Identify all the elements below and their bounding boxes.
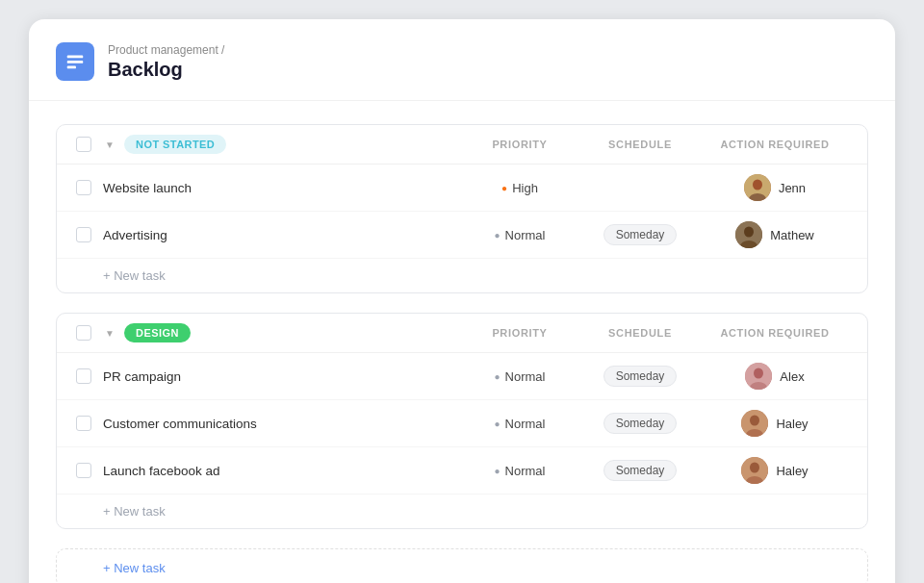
task-name: Website launch [103,181,457,195]
chevron-design[interactable]: ▼ [103,326,116,340]
task-name: Customer communications [103,417,457,431]
task-priority: ● Normal [457,417,582,431]
priority-dot: ● [495,466,500,476]
table-row: Advertising ● Normal Someday [57,212,867,259]
priority-dot: ● [495,371,500,382]
page-title: Backlog [108,59,224,81]
content-area: ▼ NOT STARTED PRIORITY SCHEDULE ACTION R… [29,101,895,583]
task-checkbox[interactable] [76,180,91,195]
header-text: Product management / Backlog [108,43,224,81]
table-row: Customer communications ● Normal Someday [57,400,867,447]
priority-dot: ● [495,230,500,241]
table-row: Website launch ● High [57,165,867,212]
schedule-badge: Someday [603,224,678,245]
section-header-design: ▼ DESIGN PRIORITY SCHEDULE ACTION REQUIR… [57,314,867,353]
assignee-name: Alex [780,369,804,384]
col-header-priority-1: PRIORITY [457,139,582,150]
svg-rect-1 [67,61,84,63]
task-assignee: Haley [698,457,852,484]
task-assignee: Jenn [698,174,852,201]
task-checkbox[interactable] [76,416,91,431]
priority-label: Normal [505,228,546,242]
svg-point-4 [753,180,762,190]
avatar [744,174,771,201]
badge-not-started: NOT STARTED [124,135,226,154]
priority-dot: ● [501,183,507,193]
task-schedule: Someday [582,366,698,387]
assignee-name: Haley [776,417,808,431]
priority-label: High [512,181,538,195]
col-header-priority-2: PRIORITY [457,327,582,339]
avatar [735,221,762,248]
assignee-name: Mathew [770,228,814,242]
task-schedule: Someday [582,460,698,481]
task-assignee: Alex [698,363,852,390]
task-name: Advertising [103,228,457,242]
task-priority: ● Normal [457,464,582,478]
assignee-name: Jenn [779,181,806,195]
schedule-badge: Someday [603,413,678,434]
chevron-not-started[interactable]: ▼ [103,138,116,151]
priority-label: Normal [505,369,546,384]
col-header-schedule-1: SCHEDULE [582,139,698,150]
svg-point-16 [750,463,759,473]
priority-dot: ● [495,418,500,429]
app-icon [56,42,94,81]
task-schedule: Someday [582,413,698,434]
avatar [741,410,768,437]
new-task-button-1[interactable]: + New task [57,259,867,292]
task-priority: ● High [457,181,582,195]
section-header-not-started: ▼ NOT STARTED PRIORITY SCHEDULE ACTION R… [57,125,867,165]
table-row: PR campaign ● Normal Someday [57,353,867,400]
badge-design: DESIGN [124,323,191,342]
svg-rect-2 [67,66,76,69]
schedule-badge: Someday [603,366,678,387]
task-checkbox[interactable] [76,463,91,478]
col-header-action-1: ACTION REQUIRED [698,139,852,150]
svg-point-13 [750,416,759,426]
task-name: PR campaign [103,369,457,384]
schedule-badge: Someday [603,460,678,481]
task-checkbox[interactable] [76,368,91,384]
task-name: Launch facebook ad [103,464,457,478]
priority-label: Normal [505,417,546,431]
task-schedule: Someday [582,224,698,245]
new-task-button-2[interactable]: + New task [57,494,867,528]
svg-point-7 [744,227,754,238]
task-priority: ● Normal [457,228,582,242]
section-not-started: ▼ NOT STARTED PRIORITY SCHEDULE ACTION R… [56,124,868,293]
col-header-action-2: ACTION REQUIRED [698,327,852,339]
task-assignee: Haley [698,410,852,437]
task-assignee: Mathew [698,221,852,248]
task-checkbox[interactable] [76,227,91,242]
avatar [745,363,772,390]
priority-label: Normal [505,464,546,478]
avatar [741,457,768,484]
task-priority: ● Normal [457,369,582,384]
main-card: Product management / Backlog ▼ NOT START… [29,19,895,583]
svg-rect-0 [67,56,84,59]
col-header-schedule-2: SCHEDULE [582,327,698,339]
assignee-name: Haley [776,464,808,478]
table-row: Launch facebook ad ● Normal Someday [57,447,867,494]
svg-point-10 [754,368,763,379]
section-design: ▼ DESIGN PRIORITY SCHEDULE ACTION REQUIR… [56,313,868,529]
bottom-new-task-button[interactable]: + New task [56,548,868,583]
section-checkbox-not-started[interactable] [76,137,91,152]
breadcrumb: Product management / [108,43,224,57]
section-checkbox-design[interactable] [76,325,91,341]
header: Product management / Backlog [29,19,895,101]
